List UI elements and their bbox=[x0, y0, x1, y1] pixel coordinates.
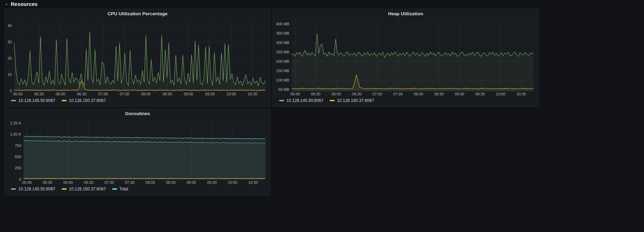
svg-text:750: 750 bbox=[15, 144, 21, 148]
svg-text:400 MB: 400 MB bbox=[276, 22, 289, 26]
svg-text:09:30: 09:30 bbox=[475, 92, 485, 96]
legend-swatch bbox=[62, 188, 67, 190]
svg-text:06:00: 06:00 bbox=[63, 180, 73, 184]
legend-label: 10.128.145.50:8067 bbox=[18, 187, 55, 191]
svg-text:05:00: 05:00 bbox=[290, 92, 300, 96]
panel-cpu: CPU Utilization Percentage 01020304005:0… bbox=[5, 9, 271, 107]
section-row-resources[interactable]: ⌄ Resources bbox=[5, 0, 38, 7]
svg-text:06:00: 06:00 bbox=[332, 92, 341, 96]
svg-text:200 MB: 200 MB bbox=[276, 59, 289, 63]
legend-item-10-128-145-50-8067[interactable]: 10.128.145.50:8067 bbox=[11, 98, 55, 103]
cpu-chart-canvas: 01020304005:0005:3006:0006:3007:0007:300… bbox=[5, 18, 270, 97]
legend-item-10-128-150-37-8067[interactable]: 10.128.150.37:8067 bbox=[62, 98, 106, 103]
svg-text:100 MB: 100 MB bbox=[276, 78, 289, 82]
legend-swatch bbox=[11, 188, 16, 190]
svg-text:10:00: 10:00 bbox=[228, 180, 237, 184]
svg-text:05:00: 05:00 bbox=[13, 92, 23, 96]
svg-text:05:00: 05:00 bbox=[22, 180, 32, 184]
legend-item-10-128-145-50-8067[interactable]: 10.128.145.50:8067 bbox=[11, 187, 55, 191]
svg-text:09:00: 09:00 bbox=[187, 180, 196, 184]
svg-text:10:30: 10:30 bbox=[517, 92, 526, 96]
svg-text:40: 40 bbox=[8, 24, 12, 28]
svg-text:08:00: 08:00 bbox=[145, 180, 155, 184]
svg-text:10: 10 bbox=[8, 72, 12, 77]
legend-swatch bbox=[11, 100, 16, 101]
svg-text:07:00: 07:00 bbox=[98, 92, 108, 96]
chevron-down-icon: ⌄ bbox=[5, 1, 8, 6]
svg-text:08:00: 08:00 bbox=[141, 92, 151, 96]
svg-text:20: 20 bbox=[8, 56, 12, 60]
svg-text:07:00: 07:00 bbox=[104, 180, 114, 184]
svg-text:0: 0 bbox=[19, 177, 21, 181]
svg-text:08:30: 08:30 bbox=[166, 180, 176, 184]
svg-text:07:30: 07:30 bbox=[120, 92, 130, 96]
svg-text:250: 250 bbox=[15, 166, 21, 170]
svg-text:06:00: 06:00 bbox=[56, 92, 65, 96]
panel-heap: Heap Utilization 50 MB100 MB150 MB200 MB… bbox=[273, 9, 539, 107]
legend-swatch bbox=[279, 100, 284, 101]
legend-item-10-128-145-50-8067[interactable]: 10.128.145.50:8067 bbox=[279, 98, 324, 103]
svg-text:10:00: 10:00 bbox=[496, 92, 505, 96]
svg-text:30: 30 bbox=[8, 40, 12, 44]
svg-text:09:30: 09:30 bbox=[207, 180, 217, 184]
svg-text:08:30: 08:30 bbox=[434, 92, 444, 96]
svg-text:300 MB: 300 MB bbox=[276, 41, 289, 45]
svg-text:150 MB: 150 MB bbox=[276, 69, 289, 73]
series-area bbox=[292, 34, 533, 91]
goroutines-legend: 10.128.145.50:806710.128.150.37:8067Tota… bbox=[5, 185, 270, 195]
svg-text:250 MB: 250 MB bbox=[276, 50, 289, 54]
svg-text:05:30: 05:30 bbox=[311, 92, 320, 96]
svg-text:05:30: 05:30 bbox=[34, 92, 44, 96]
legend-swatch bbox=[62, 100, 67, 101]
legend-swatch bbox=[330, 100, 335, 101]
svg-text:10:30: 10:30 bbox=[248, 180, 258, 184]
legend-swatch bbox=[112, 188, 117, 190]
panel-cpu-header[interactable]: CPU Utilization Percentage bbox=[5, 9, 270, 18]
svg-text:50 MB: 50 MB bbox=[278, 87, 289, 92]
panel-goroutines: Goroutines 02505007501.00 K1.25 K05:0005… bbox=[5, 109, 271, 195]
svg-text:07:00: 07:00 bbox=[372, 92, 382, 96]
legend-label: 10.128.150.37:8067 bbox=[337, 98, 374, 103]
svg-text:07:30: 07:30 bbox=[393, 92, 403, 96]
svg-text:1.25 K: 1.25 K bbox=[10, 121, 21, 125]
svg-text:08:00: 08:00 bbox=[414, 92, 423, 96]
svg-text:10:30: 10:30 bbox=[248, 92, 257, 96]
svg-text:06:30: 06:30 bbox=[352, 92, 362, 96]
svg-text:08:30: 08:30 bbox=[162, 92, 172, 96]
cpu-legend: 10.128.145.50:806710.128.150.37:8067 bbox=[5, 97, 270, 106]
legend-label: 10.128.145.50:8067 bbox=[18, 98, 55, 103]
heap-chart[interactable]: 50 MB100 MB150 MB200 MB250 MB300 MB350 M… bbox=[273, 18, 538, 97]
panel-heap-header[interactable]: Heap Utilization bbox=[273, 9, 538, 18]
series-area bbox=[24, 136, 265, 179]
svg-text:07:30: 07:30 bbox=[125, 180, 135, 184]
svg-text:06:30: 06:30 bbox=[77, 92, 87, 96]
svg-text:06:30: 06:30 bbox=[84, 180, 94, 184]
legend-label: Total bbox=[120, 187, 128, 191]
legend-label: 10.128.150.37:8067 bbox=[69, 187, 106, 191]
legend-label: 10.128.145.50:8067 bbox=[286, 98, 324, 103]
svg-text:09:00: 09:00 bbox=[455, 92, 465, 96]
legend-label: 10.128.150.37:8067 bbox=[69, 98, 106, 103]
section-title: Resources bbox=[11, 1, 38, 7]
cpu-chart[interactable]: 01020304005:0005:3006:0006:3007:0007:300… bbox=[5, 18, 270, 97]
panel-heap-title: Heap Utilization bbox=[388, 11, 423, 16]
panel-cpu-title: CPU Utilization Percentage bbox=[107, 11, 167, 16]
heap-chart-canvas: 50 MB100 MB150 MB200 MB250 MB300 MB350 M… bbox=[273, 18, 538, 97]
svg-text:0: 0 bbox=[10, 89, 12, 93]
panel-goroutines-header[interactable]: Goroutines bbox=[5, 109, 270, 118]
svg-text:09:30: 09:30 bbox=[205, 92, 215, 96]
goroutines-chart[interactable]: 02505007501.00 K1.25 K05:0005:3006:0006:… bbox=[5, 118, 270, 185]
heap-legend: 10.128.145.50:806710.128.150.37:8067 bbox=[273, 97, 538, 106]
legend-item-10-128-150-37-8067[interactable]: 10.128.150.37:8067 bbox=[330, 98, 374, 103]
svg-text:10:00: 10:00 bbox=[227, 92, 236, 96]
svg-text:1.00 K: 1.00 K bbox=[10, 132, 21, 136]
svg-text:09:00: 09:00 bbox=[184, 92, 193, 96]
panel-goroutines-title: Goroutines bbox=[125, 111, 150, 116]
svg-text:500: 500 bbox=[15, 155, 21, 159]
legend-item-10-128-150-37-8067[interactable]: 10.128.150.37:8067 bbox=[62, 187, 106, 191]
legend-item-total[interactable]: Total bbox=[112, 187, 128, 191]
goroutines-chart-canvas: 02505007501.00 K1.25 K05:0005:3006:0006:… bbox=[5, 118, 270, 185]
svg-text:05:30: 05:30 bbox=[43, 180, 52, 184]
svg-text:350 MB: 350 MB bbox=[276, 31, 289, 35]
